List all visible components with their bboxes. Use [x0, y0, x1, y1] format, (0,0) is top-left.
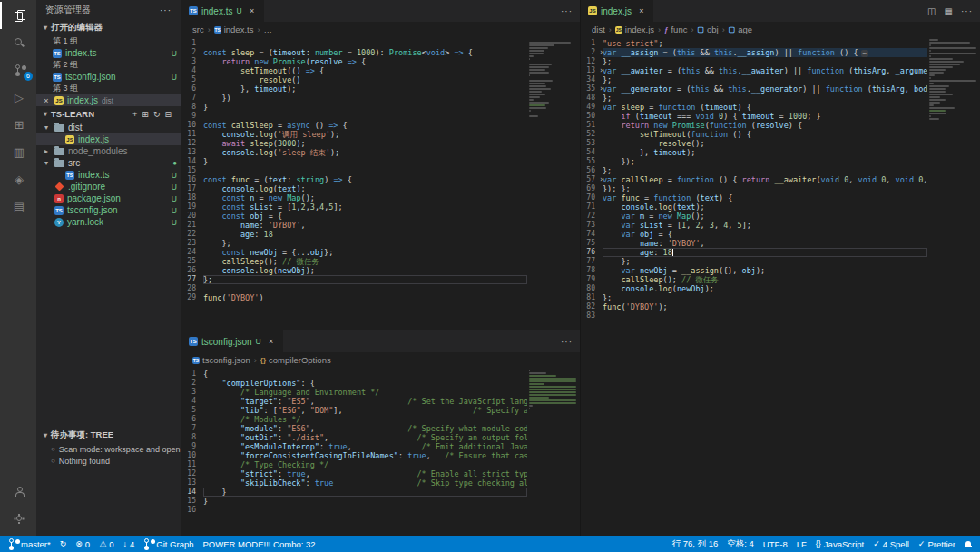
- tree-item--gitignore[interactable]: .gitignoreU: [36, 181, 181, 192]
- code-line[interactable]: 4 "target": "ES5", /* Set the JavaScript…: [181, 397, 527, 406]
- status-item-sync[interactable]: ↻: [55, 536, 72, 552]
- code-line[interactable]: 49var sleep = function (timeout) {: [581, 103, 927, 112]
- tree-refresh-icon[interactable]: ↻: [153, 110, 161, 119]
- code-line[interactable]: 50 if (timeout === void 0) { timeout = 1…: [581, 112, 927, 121]
- status-item-空格-4[interactable]: 空格: 4: [722, 536, 759, 552]
- status-item-0[interactable]: ⊗0: [71, 536, 94, 552]
- fold-chevron-icon[interactable]: ›: [599, 84, 603, 94]
- breadcrumb-item[interactable]: …: [263, 25, 272, 34]
- close-icon[interactable]: ×: [637, 6, 646, 15]
- activity-remote-explorer[interactable]: ▥: [0, 138, 36, 165]
- code-line[interactable]: 81};: [581, 293, 927, 302]
- code-line[interactable]: 19 const sList = [1,2,3,4,5];: [181, 202, 527, 212]
- code-line[interactable]: 15: [181, 166, 527, 175]
- code-line[interactable]: 1"use strict";: [581, 39, 927, 48]
- close-icon[interactable]: ×: [267, 337, 276, 346]
- code-line[interactable]: 1{: [181, 370, 527, 379]
- code-line[interactable]: 12 await sleep(3000);: [181, 139, 527, 148]
- code-line[interactable]: 1: [181, 39, 527, 48]
- code-line[interactable]: 13›var __awaiter = (this && this.__await…: [581, 66, 927, 75]
- code-line[interactable]: 11 console.log('调用 sleep');: [181, 130, 527, 139]
- status-item-master-[interactable]: master*: [4, 536, 55, 552]
- code-line[interactable]: 17 console.log(text);: [181, 184, 527, 193]
- code-line[interactable]: 11 /* Type Checking */: [181, 460, 527, 469]
- activity-run-debug[interactable]: ▷: [0, 84, 36, 111]
- status-item-prettier[interactable]: ✓Prettier: [914, 536, 960, 552]
- more-icon[interactable]: ···: [961, 6, 973, 16]
- code-line[interactable]: 74 var obj = {: [581, 230, 927, 239]
- split-icon[interactable]: ◫: [927, 6, 936, 16]
- code-line[interactable]: 29func('DYBOY'): [181, 293, 527, 302]
- code-line[interactable]: 13 console.log('sleep 结束');: [181, 148, 527, 157]
- workspace-header[interactable]: ▾ TS-LEARN +⊞↻⊟: [36, 106, 181, 122]
- code-line[interactable]: 76 age: 18: [581, 248, 927, 257]
- tree-item-node-modules[interactable]: ▸node_modules: [36, 145, 181, 157]
- status-item-lf[interactable]: LF: [792, 536, 811, 552]
- open-editor-item[interactable]: TSindex.tsU: [36, 47, 181, 59]
- code-line[interactable]: 15}: [181, 497, 527, 506]
- breadcrumb-item[interactable]: ƒfunc: [664, 25, 687, 34]
- activity-extensions[interactable]: ⊞: [0, 111, 36, 138]
- todo-tree-item[interactable]: ○Nothing found: [36, 455, 181, 467]
- open-editor-item[interactable]: ×JSindex.jsdist: [36, 94, 181, 106]
- code-line[interactable]: 25 callSleep(); // 微任务: [181, 257, 527, 266]
- code-line[interactable]: 53 resolve();: [581, 139, 927, 148]
- code-line[interactable]: 79 callSleep(); // 微任务: [581, 275, 927, 284]
- code-line[interactable]: 12 "strict": true, /* Enable all strict …: [181, 469, 527, 478]
- fold-chevron-icon[interactable]: ›: [599, 66, 603, 75]
- more-icon[interactable]: ···: [561, 337, 573, 347]
- code-line[interactable]: 7 }): [181, 94, 527, 103]
- code-line[interactable]: 8 "outDir": "./dist", /* Specify an outp…: [181, 433, 527, 442]
- close-icon[interactable]: ×: [42, 96, 51, 105]
- code-line[interactable]: 5 resolve(): [181, 75, 527, 84]
- code-line[interactable]: 3 return new Promise(resolve => {: [181, 57, 527, 66]
- code-line[interactable]: 27};: [181, 275, 527, 284]
- code-line[interactable]: 69}); };: [581, 184, 927, 193]
- minimap[interactable]: [529, 370, 578, 413]
- tree-item-tsconfig-json[interactable]: TStsconfig.jsonU: [36, 204, 181, 216]
- breadcrumb-item[interactable]: src: [192, 25, 204, 34]
- code-line[interactable]: 23 };: [181, 239, 527, 248]
- code-line[interactable]: 72 var m = new Map();: [581, 212, 927, 221]
- code-line[interactable]: 2›var __assign = (this && this.__assign)…: [581, 48, 927, 57]
- more-icon[interactable]: ···: [561, 6, 573, 16]
- open-editors-header[interactable]: ▾ 打开的编辑器: [36, 20, 181, 35]
- status-item-0[interactable]: ⚠0: [94, 536, 118, 552]
- status-item-power-mode-combo-32[interactable]: POWER MODE!!! Combo: 32: [198, 536, 319, 552]
- code-line[interactable]: 75 name: 'DYBOY',: [581, 239, 927, 248]
- minimap[interactable]: [929, 39, 978, 123]
- breadcrumb-item[interactable]: ▢obj: [697, 25, 718, 34]
- code-line[interactable]: 6 }, timeout);: [181, 84, 527, 94]
- breadcrumb-item[interactable]: JSindex.js: [615, 25, 654, 34]
- code-line[interactable]: 6 /* Modules */: [181, 415, 527, 424]
- activity-dashboard[interactable]: ▤: [0, 192, 36, 220]
- code-line[interactable]: 73 var sList = [1, 2, 3, 4, 5];: [581, 221, 927, 230]
- tree-collapse-all-icon[interactable]: ⊟: [164, 110, 172, 119]
- status-item-4[interactable]: ↓4: [119, 536, 140, 552]
- code-line[interactable]: 70var func = function (text) {: [581, 193, 927, 202]
- code-line[interactable]: 2const sleep = (timeout: number = 1000):…: [181, 48, 527, 57]
- code-line[interactable]: 71 console.log(text);: [581, 202, 927, 212]
- code-line[interactable]: 20 const obj = {: [181, 212, 527, 221]
- code-line[interactable]: 4 setTimeout(() => {: [181, 66, 527, 75]
- code-line[interactable]: 16const func = (text: string) => {: [181, 175, 527, 184]
- breadcrumb-item[interactable]: TStsconfig.json: [192, 355, 250, 365]
- fold-chevron-icon[interactable]: ›: [599, 48, 603, 57]
- activity-settings[interactable]: [0, 505, 36, 532]
- status-item-javascript[interactable]: {}JavaScript: [811, 536, 868, 552]
- code-line[interactable]: 78 var newObj = __assign({}, obj);: [581, 266, 927, 275]
- code-line[interactable]: 56};: [581, 166, 927, 175]
- minimap[interactable]: [529, 39, 578, 118]
- code-line[interactable]: 80 console.log(newObj);: [581, 284, 927, 293]
- tab-index-js[interactable]: JSindex.js×: [581, 0, 654, 22]
- breadcrumb-item[interactable]: {}compilerOptions: [260, 355, 331, 365]
- activity-search[interactable]: [0, 29, 36, 56]
- code-line[interactable]: 18 const n = new Map();: [181, 193, 527, 202]
- tree-new-folder-icon[interactable]: ⊞: [142, 110, 149, 119]
- breadcrumb-item[interactable]: dist: [592, 25, 605, 34]
- code-line[interactable]: 77 };: [581, 257, 927, 266]
- code-line[interactable]: 54 }, timeout);: [581, 148, 927, 157]
- tree-new-file-icon[interactable]: +: [132, 110, 137, 119]
- code-line[interactable]: 48};: [581, 94, 927, 103]
- status-item-git-graph[interactable]: Git Graph: [139, 536, 198, 552]
